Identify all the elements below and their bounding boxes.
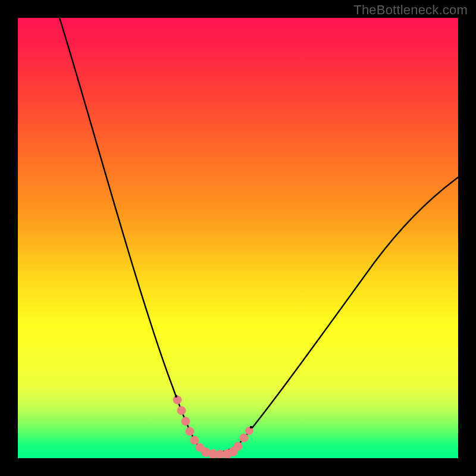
svg-point-2: [181, 417, 190, 425]
svg-point-12: [240, 434, 248, 442]
plot-area: [18, 18, 458, 458]
chart-frame: TheBottleneck.com: [0, 0, 476, 476]
svg-point-1: [177, 406, 186, 415]
right-curve: [238, 177, 458, 445]
valley-markers-left: [173, 396, 238, 458]
svg-point-4: [190, 436, 199, 444]
svg-point-14: [175, 395, 177, 397]
svg-point-3: [186, 427, 194, 436]
left-curve: [60, 18, 203, 452]
svg-point-15: [250, 426, 252, 428]
svg-point-0: [173, 396, 181, 404]
curve-overlay: [18, 18, 458, 458]
svg-point-11: [234, 442, 242, 450]
watermark-text: TheBottleneck.com: [353, 2, 468, 18]
valley-markers-right: [234, 427, 253, 451]
